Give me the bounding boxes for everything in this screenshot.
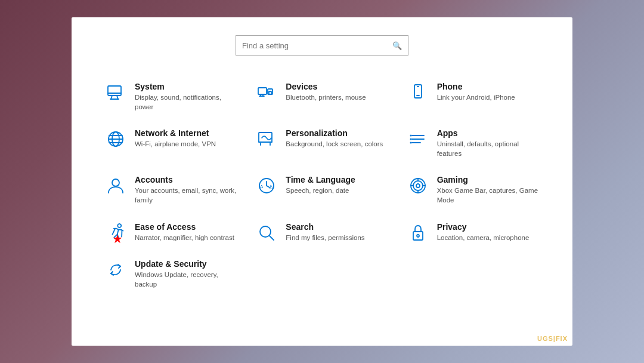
update-text: Update & Security Windows Update, recove… xyxy=(135,259,237,289)
time-desc: Speech, region, date xyxy=(286,186,355,195)
svg-rect-10 xyxy=(269,91,271,94)
setting-item-phone[interactable]: Phone Link your Android, iPhone xyxy=(398,73,549,120)
update-title: Update & Security xyxy=(135,259,237,269)
search-title: Search xyxy=(286,222,364,232)
ease-text: Ease of Access Narrator, magnifier, high… xyxy=(135,222,234,242)
svg-point-42 xyxy=(120,222,125,227)
accounts-desc: Your accounts, email, sync, work, family xyxy=(135,186,237,205)
network-title: Network & Internet xyxy=(135,128,216,138)
setting-item-search[interactable]: Search Find my files, permissions xyxy=(246,214,397,251)
setting-item-accounts[interactable]: Accounts Your accounts, email, sync, wor… xyxy=(95,167,246,213)
setting-item-personalization[interactable]: Personalization Background, lock screen,… xyxy=(246,120,397,167)
ease-desc: Narrator, magnifier, high contrast xyxy=(135,233,234,242)
phone-desc: Link your Android, iPhone xyxy=(437,93,515,102)
privacy-desc: Location, camera, microphone xyxy=(437,233,530,242)
personalization-title: Personalization xyxy=(286,128,383,138)
devices-desc: Bluetooth, printers, mouse xyxy=(286,93,366,102)
apps-text: Apps Uninstall, defaults, optional featu… xyxy=(437,128,539,158)
personalization-desc: Background, lock screen, colors xyxy=(286,139,383,149)
privacy-text: Privacy Location, camera, microphone xyxy=(437,222,530,242)
setting-item-ease[interactable]: Ease of Access Narrator, magnifier, high… xyxy=(95,214,246,251)
setting-item-time[interactable]: A あ Time & Language Speech, region, date xyxy=(246,167,397,213)
devices-text: Devices Bluetooth, printers, mouse xyxy=(286,82,366,102)
search-text: Search Find my files, permissions xyxy=(286,222,364,242)
accounts-title: Accounts xyxy=(135,175,237,184)
settings-window: 🔍 System Display, sound, notifications, … xyxy=(72,17,572,346)
update-desc: Windows Update, recovery, backup xyxy=(135,270,237,289)
accounts-icon xyxy=(105,176,126,195)
phone-icon xyxy=(407,83,429,102)
apps-icon xyxy=(407,130,429,149)
phone-text: Phone Link your Android, iPhone xyxy=(437,82,515,102)
network-text: Network & Internet Wi-Fi, airplane mode,… xyxy=(135,128,216,149)
system-text: System Display, sound, notifications, po… xyxy=(135,82,237,112)
svg-line-44 xyxy=(270,236,274,240)
time-text: Time & Language Speech, region, date xyxy=(286,175,355,195)
gaming-desc: Xbox Game Bar, captures, Game Mode xyxy=(437,186,539,205)
setting-item-update[interactable]: Update & Security Windows Update, recove… xyxy=(95,251,246,297)
network-desc: Wi-Fi, airplane mode, VPN xyxy=(135,139,216,149)
privacy-icon xyxy=(407,223,429,242)
setting-item-system[interactable]: System Display, sound, notifications, po… xyxy=(95,73,246,120)
svg-point-46 xyxy=(417,235,419,237)
time-title: Time & Language xyxy=(286,175,355,184)
svg-point-29 xyxy=(112,179,119,186)
devices-icon xyxy=(256,83,277,102)
search-icon: 🔍 xyxy=(392,41,402,50)
gaming-icon xyxy=(407,176,429,195)
system-desc: Display, sound, notifications, power xyxy=(135,93,237,112)
search-desc: Find my files, permissions xyxy=(286,233,364,242)
setting-item-network[interactable]: Network & Internet Wi-Fi, airplane mode,… xyxy=(95,120,246,167)
svg-text:A: A xyxy=(260,184,264,189)
svg-rect-0 xyxy=(108,86,121,96)
gaming-title: Gaming xyxy=(437,175,539,184)
svg-point-36 xyxy=(413,181,423,190)
setting-item-devices[interactable]: Devices Bluetooth, printers, mouse xyxy=(246,73,397,120)
svg-rect-5 xyxy=(258,88,267,94)
apps-title: Apps xyxy=(437,128,539,138)
setting-item-privacy[interactable]: Privacy Location, camera, microphone xyxy=(398,214,549,251)
empty-cell-2 xyxy=(398,251,549,297)
setting-item-gaming[interactable]: Gaming Xbox Game Bar, captures, Game Mod… xyxy=(398,167,549,213)
svg-rect-45 xyxy=(413,232,423,240)
network-icon xyxy=(105,130,126,149)
update-icon xyxy=(105,260,126,279)
watermark: UGS|FIX xyxy=(537,335,568,342)
phone-title: Phone xyxy=(437,82,515,91)
search-input[interactable] xyxy=(242,41,392,50)
ease-icon xyxy=(105,223,126,242)
ease-title: Ease of Access xyxy=(135,222,234,232)
gaming-text: Gaming Xbox Game Bar, captures, Game Mod… xyxy=(437,175,539,205)
time-icon: A あ xyxy=(256,176,277,195)
personalization-icon xyxy=(256,130,277,149)
svg-point-43 xyxy=(260,226,271,237)
search-bar[interactable]: 🔍 xyxy=(236,35,408,56)
apps-desc: Uninstall, defaults, optional features xyxy=(437,139,539,158)
devices-title: Devices xyxy=(286,82,366,91)
empty-cell-1 xyxy=(246,251,397,297)
setting-item-apps[interactable]: Apps Uninstall, defaults, optional featu… xyxy=(398,120,549,167)
svg-rect-19 xyxy=(259,133,272,142)
privacy-title: Privacy xyxy=(437,222,530,232)
svg-point-37 xyxy=(416,184,420,187)
search-setting-icon xyxy=(256,223,277,242)
personalization-text: Personalization Background, lock screen,… xyxy=(286,128,383,149)
accounts-text: Accounts Your accounts, email, sync, wor… xyxy=(135,175,237,205)
system-icon xyxy=(105,83,126,102)
settings-grid: System Display, sound, notifications, po… xyxy=(95,73,549,297)
system-title: System xyxy=(135,82,237,91)
svg-text:あ: あ xyxy=(269,184,273,189)
